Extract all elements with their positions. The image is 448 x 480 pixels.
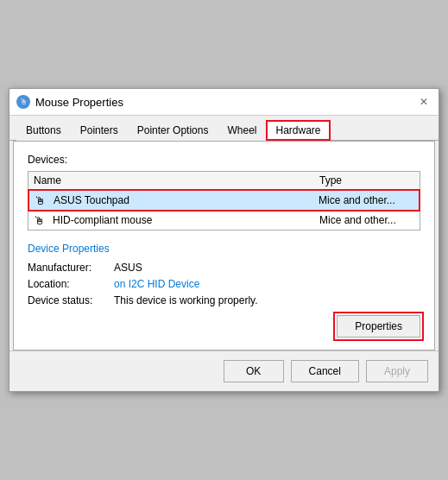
device-icon: 🖱: [34, 214, 47, 226]
status-value: This device is working properly.: [114, 294, 258, 306]
device-type: Mice and other...: [319, 194, 413, 206]
tab-pointer-options[interactable]: Pointer Options: [128, 120, 218, 141]
manufacturer-row: Manufacturer: ASUS: [28, 262, 420, 274]
footer: OK Cancel Apply: [9, 351, 439, 391]
location-value: on I2C HID Device: [114, 278, 199, 290]
apply-button[interactable]: Apply: [366, 360, 428, 382]
cancel-button[interactable]: Cancel: [291, 360, 359, 382]
device-icon: 🖱: [35, 194, 48, 206]
tab-pointers[interactable]: Pointers: [71, 120, 128, 141]
table-row[interactable]: 🖱 HID-compliant mouse Mice and other...: [28, 211, 420, 230]
mouse-properties-window: 🖱 Mouse Properties ✕ Buttons Pointers Po…: [9, 88, 439, 392]
device-name: ASUS Touchpad: [54, 194, 319, 206]
ok-button[interactable]: OK: [224, 360, 284, 382]
device-name: HID-compliant mouse: [53, 214, 319, 226]
close-button[interactable]: ✕: [416, 94, 432, 110]
properties-area: Properties: [28, 315, 420, 338]
tab-wheel[interactable]: Wheel: [218, 120, 266, 141]
device-type: Mice and other...: [319, 214, 414, 226]
title-bar-left: 🖱 Mouse Properties: [16, 95, 123, 109]
devices-table: Name Type 🖱 ASUS Touchpad Mice and other…: [28, 171, 420, 231]
manufacturer-label: Manufacturer:: [28, 262, 114, 274]
window-title: Mouse Properties: [35, 96, 123, 109]
device-properties-title: Device Properties: [28, 243, 420, 255]
column-name-header: Name: [34, 174, 319, 186]
manufacturer-value: ASUS: [114, 262, 142, 274]
tab-content: Devices: Name Type 🖱 ASUS Touchpad Mice …: [13, 141, 435, 351]
device-properties: Device Properties Manufacturer: ASUS Loc…: [28, 243, 420, 306]
properties-button[interactable]: Properties: [337, 315, 420, 338]
location-row: Location: on I2C HID Device: [28, 278, 420, 290]
status-label: Device status:: [28, 294, 114, 306]
table-row[interactable]: 🖱 ASUS Touchpad Mice and other...: [28, 190, 420, 211]
title-bar: 🖱 Mouse Properties ✕: [9, 89, 439, 116]
tab-bar: Buttons Pointers Pointer Options Wheel H…: [9, 116, 439, 141]
window-icon: 🖱: [16, 95, 30, 109]
status-row: Device status: This device is working pr…: [28, 294, 420, 306]
devices-label: Devices:: [28, 154, 420, 166]
tab-hardware[interactable]: Hardware: [266, 120, 330, 141]
location-label: Location:: [28, 278, 114, 290]
table-header: Name Type: [28, 172, 420, 190]
tab-buttons[interactable]: Buttons: [16, 120, 71, 141]
column-type-header: Type: [319, 174, 414, 186]
